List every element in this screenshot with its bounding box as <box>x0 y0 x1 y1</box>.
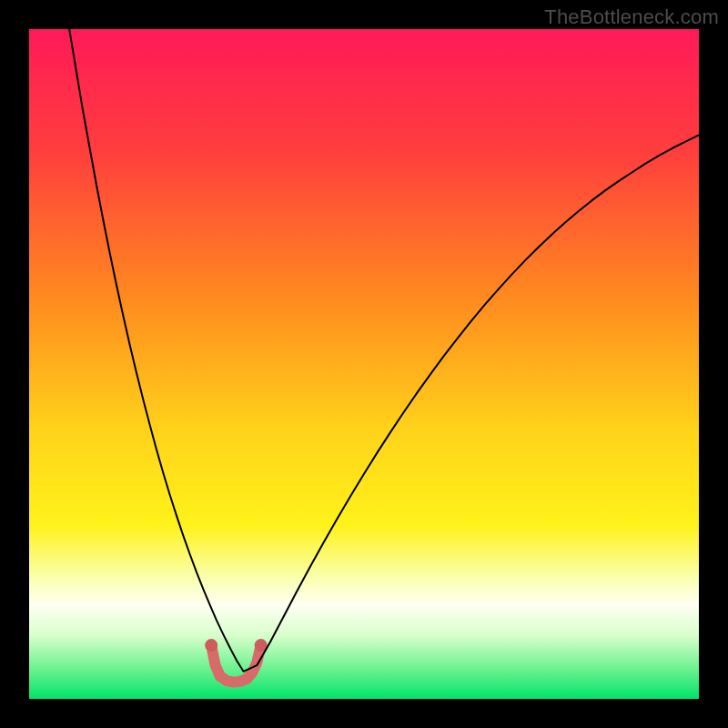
valley-dot-0 <box>205 639 217 652</box>
chart-frame: TheBottleneck.com <box>0 0 728 728</box>
gradient-background <box>29 29 699 699</box>
plot-area <box>29 29 699 699</box>
bottleneck-chart <box>29 29 699 699</box>
watermark-text: TheBottleneck.com <box>544 5 719 29</box>
